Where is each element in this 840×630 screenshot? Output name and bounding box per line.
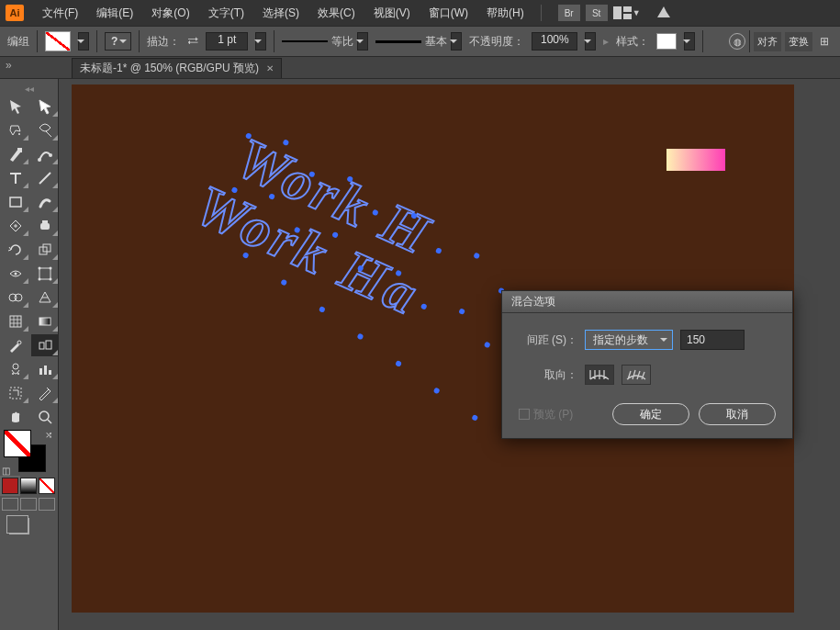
- svg-point-27: [17, 373, 19, 375]
- svg-rect-1: [623, 6, 632, 12]
- direct-selection-tool[interactable]: [31, 96, 59, 118]
- swap-fill-stroke-icon[interactable]: ⤭: [45, 430, 52, 440]
- stroke-swatch[interactable]: ?: [105, 32, 131, 51]
- profile-dd[interactable]: [451, 32, 462, 51]
- solid-color-mode[interactable]: [2, 478, 18, 494]
- stroke-width-input[interactable]: 1 pt: [206, 32, 248, 51]
- more-icon[interactable]: ⊞: [816, 35, 833, 48]
- gradient-tool[interactable]: [31, 310, 59, 332]
- opacity-input[interactable]: 100%: [532, 32, 577, 51]
- scale-tool[interactable]: [31, 239, 59, 261]
- paintbrush-tool[interactable]: [31, 191, 59, 213]
- rectangle-tool[interactable]: [2, 191, 29, 213]
- menubar: Ai 文件(F) 编辑(E) 对象(O) 文字(T) 选择(S) 效果(C) 视…: [0, 0, 840, 26]
- stroke-link-icon[interactable]: ⮂: [187, 35, 198, 48]
- fill-color-swatch[interactable]: [4, 430, 31, 457]
- shaper-tool[interactable]: [2, 215, 29, 237]
- rotate-tool[interactable]: [2, 239, 29, 261]
- fill-dropdown[interactable]: [78, 32, 89, 51]
- fill-stroke-swatches[interactable]: ⤭ ◫: [0, 430, 58, 476]
- svg-point-17: [50, 278, 52, 281]
- document-tab[interactable]: 未标题-1* @ 150% (RGB/GPU 预览) ✕: [72, 58, 282, 78]
- svg-point-49: [458, 308, 465, 315]
- menu-window[interactable]: 窗口(W): [421, 2, 476, 25]
- pen-tool[interactable]: [2, 143, 29, 165]
- svg-point-50: [484, 342, 491, 349]
- menu-file[interactable]: 文件(F): [35, 2, 85, 25]
- tab-strip-handle-icon[interactable]: »: [6, 59, 12, 72]
- close-tab-icon[interactable]: ✕: [266, 63, 274, 73]
- menu-object[interactable]: 对象(O): [144, 2, 196, 25]
- artboard-tool[interactable]: [2, 382, 29, 404]
- cancel-button[interactable]: 取消: [699, 403, 776, 425]
- lasso-tool[interactable]: [31, 119, 59, 141]
- selection-tool[interactable]: [2, 96, 29, 118]
- spacing-value-input[interactable]: [680, 330, 745, 350]
- shape-builder-tool[interactable]: [2, 287, 29, 309]
- blend-tool[interactable]: [31, 334, 59, 356]
- bridge-icon[interactable]: Br: [558, 5, 580, 21]
- column-graph-tool[interactable]: [31, 358, 59, 380]
- gradient-rectangle-object[interactable]: [666, 149, 725, 171]
- fullscreen-menu-mode[interactable]: [20, 498, 37, 511]
- menu-select[interactable]: 选择(S): [255, 2, 307, 25]
- selected-text-object[interactable]: Work H Work Ha: [204, 128, 454, 326]
- menu-type[interactable]: 文字(T): [201, 2, 252, 25]
- perspective-grid-tool[interactable]: [31, 287, 59, 309]
- width-tool[interactable]: [2, 263, 29, 285]
- magic-wand-tool[interactable]: [2, 119, 29, 141]
- hand-tool[interactable]: [2, 406, 29, 428]
- dash-dd[interactable]: [357, 32, 368, 51]
- mesh-tool[interactable]: [2, 310, 29, 332]
- svg-rect-29: [44, 366, 47, 375]
- transform-button[interactable]: 变换: [785, 32, 812, 51]
- fill-swatch[interactable]: [45, 31, 71, 51]
- menu-help[interactable]: 帮助(H): [479, 2, 532, 25]
- graphic-style-swatch[interactable]: [656, 33, 677, 50]
- type-tool[interactable]: [2, 167, 29, 189]
- brush-stroke-preview: [375, 40, 421, 43]
- fullscreen-mode[interactable]: [39, 498, 55, 511]
- svg-point-58: [471, 414, 478, 422]
- panel-grip-icon[interactable]: ◂◂: [0, 83, 58, 94]
- normal-screen-mode[interactable]: [2, 498, 18, 511]
- spacing-label: 间距 (S)：: [519, 332, 577, 348]
- align-button[interactable]: 对齐: [754, 32, 781, 51]
- svg-point-57: [433, 387, 441, 394]
- slice-tool[interactable]: [31, 382, 59, 404]
- line-tool[interactable]: [31, 167, 59, 189]
- canvas[interactable]: Work H Work Ha 混合选项 间距 (S)： 指定的步数: [59, 79, 840, 630]
- menu-edit[interactable]: 编辑(E): [89, 2, 140, 25]
- change-screen-icon[interactable]: [0, 512, 58, 540]
- dialog-title[interactable]: 混合选项: [502, 291, 792, 313]
- curvature-tool[interactable]: [31, 143, 59, 165]
- opacity-dd[interactable]: [585, 32, 596, 51]
- recolor-icon[interactable]: ◍: [729, 33, 745, 50]
- sync-icon[interactable]: [655, 5, 672, 22]
- svg-point-6: [49, 153, 52, 157]
- svg-point-48: [420, 303, 428, 310]
- menu-view[interactable]: 视图(V): [366, 2, 418, 25]
- document-tab-strip: » 未标题-1* @ 150% (RGB/GPU 预览) ✕: [0, 57, 840, 79]
- svg-rect-20: [10, 316, 21, 327]
- eyedropper-tool[interactable]: [2, 334, 29, 356]
- spacing-mode-select[interactable]: 指定的步数: [585, 330, 673, 350]
- ok-button[interactable]: 确定: [612, 403, 689, 425]
- free-transform-tool[interactable]: [31, 263, 59, 285]
- menu-effect[interactable]: 效果(C): [310, 2, 363, 25]
- orient-align-page-button[interactable]: [585, 365, 614, 385]
- zoom-tool[interactable]: [31, 406, 59, 428]
- color-mode-row: [0, 476, 58, 496]
- none-mode[interactable]: [39, 478, 55, 494]
- default-fill-stroke-icon[interactable]: ◫: [2, 466, 10, 476]
- svg-rect-28: [39, 368, 42, 375]
- stock-icon[interactable]: St: [586, 5, 608, 21]
- preview-checkbox[interactable]: 预览 (P): [519, 407, 603, 422]
- arrange-documents-icon[interactable]: ▼: [613, 6, 641, 19]
- orient-align-path-button[interactable]: [622, 365, 651, 385]
- eraser-tool[interactable]: [31, 215, 59, 237]
- gradient-mode[interactable]: [20, 478, 37, 494]
- stroke-width-dd[interactable]: [255, 32, 266, 51]
- symbol-sprayer-tool[interactable]: [2, 358, 29, 380]
- style-dd[interactable]: [684, 32, 695, 51]
